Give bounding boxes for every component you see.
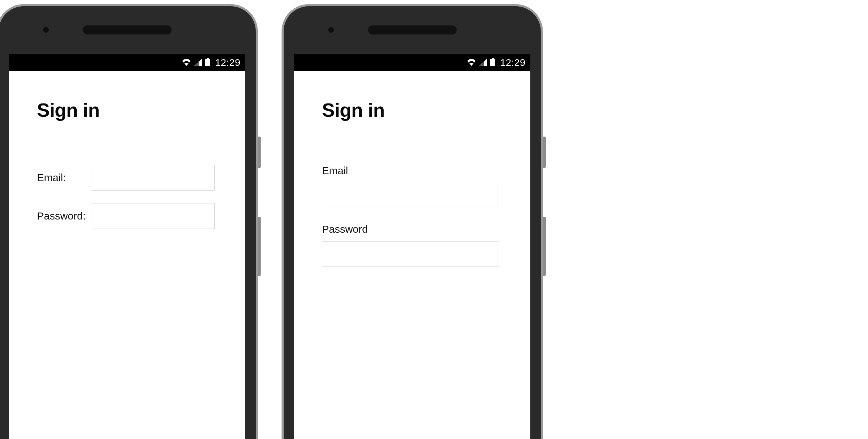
sign-in-form: Email: Password: [37,165,217,229]
earpiece-speaker [83,25,172,34]
status-bar: 12:29 [9,54,245,71]
form-row-password: Password: [37,203,217,229]
side-button [543,217,546,276]
wifi-icon [467,57,476,68]
password-label: Password [322,223,502,235]
password-input[interactable] [322,241,499,267]
device-shell-outer: 12:29 Sign in Email: Password: [0,4,258,439]
camera-dot [328,27,334,33]
device-shell-outer: 12:29 Sign in Email Password [282,4,543,439]
page-content: Sign in Email Password [294,71,530,267]
side-button [543,137,546,168]
sign-in-form: Email Password [322,165,502,267]
device-shell-inner: 12:29 Sign in Email Password [284,6,541,439]
page-title: Sign in [322,99,502,129]
form-field-password: Password [322,223,502,267]
svg-rect-0 [207,58,209,59]
password-input[interactable] [92,203,215,229]
form-field-email: Email [322,165,502,208]
svg-rect-2 [492,58,494,59]
email-input[interactable] [92,165,215,191]
camera-dot [43,27,49,33]
email-label: Email: [37,172,92,184]
page-content: Sign in Email: Password: [9,71,245,229]
cellular-signal-icon [479,57,487,68]
svg-rect-3 [490,59,495,66]
status-bar: 12:29 [294,54,530,71]
screen: 12:29 Sign in Email Password [294,54,530,439]
form-row-email: Email: [37,165,217,191]
phone-mockup-left: 12:29 Sign in Email: Password: [0,4,258,439]
email-input[interactable] [322,183,499,208]
cellular-signal-icon [194,57,202,68]
screen: 12:29 Sign in Email: Password: [9,54,245,439]
side-button [258,137,261,168]
status-time: 12:29 [500,57,525,68]
battery-icon [490,57,495,68]
device-shell-inner: 12:29 Sign in Email: Password: [0,6,256,439]
password-label: Password: [37,210,92,222]
earpiece-speaker [368,25,457,34]
svg-rect-1 [205,59,210,66]
battery-icon [205,57,210,68]
email-label: Email [322,165,502,177]
phone-mockup-right: 12:29 Sign in Email Password [282,4,543,439]
page-title: Sign in [37,99,217,129]
side-button [258,217,261,276]
wifi-icon [182,57,191,68]
status-time: 12:29 [215,57,240,68]
